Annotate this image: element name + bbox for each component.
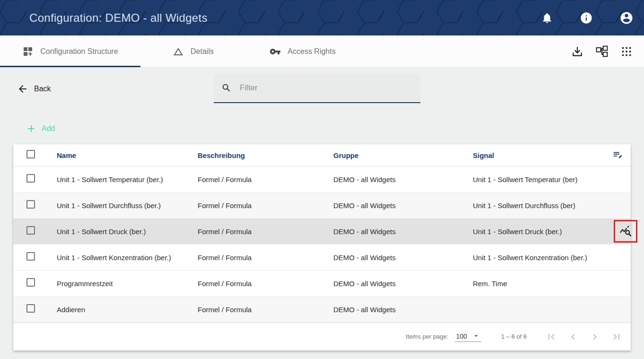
cell-gruppe: DEMO - all Widgets xyxy=(333,228,473,236)
dashboard-customize-icon xyxy=(22,46,34,57)
cell-beschreibung: Formel / Formula xyxy=(198,175,333,184)
hierarchy-button[interactable] xyxy=(596,45,608,58)
select-all-checkbox[interactable] xyxy=(26,150,35,158)
row-checkbox[interactable] xyxy=(26,200,35,209)
first-page-button[interactable] xyxy=(546,331,557,342)
cell-beschreibung: Formel / Formula xyxy=(198,228,333,236)
paginator: Items per page: 100 1 – 6 of 6 xyxy=(13,323,631,350)
tab-configuration-structure[interactable]: Configuration Structure xyxy=(0,35,140,67)
cell-name: Unit 1 - Sollwert Konzentration (ber.) xyxy=(57,254,198,262)
hierarchy-icon xyxy=(596,45,608,58)
back-button[interactable]: Back xyxy=(17,81,51,97)
page-title: Configuration: DEMO - all Widgets xyxy=(29,11,208,25)
table-row[interactable]: Unit 1 - Sollwert Druck (ber.) Formel / … xyxy=(13,219,631,245)
page-range-label: 1 – 6 of 6 xyxy=(501,333,527,340)
column-header-signal[interactable]: Signal xyxy=(473,151,604,159)
table-row[interactable]: Unit 1 - Sollwert Temperatur (ber.) Form… xyxy=(13,166,631,193)
chart-search-button[interactable] xyxy=(619,225,632,237)
items-per-page-label: Items per page: xyxy=(406,333,448,340)
chevron-down-icon xyxy=(472,332,480,340)
apps-grid-icon xyxy=(620,45,633,58)
triangle-icon xyxy=(173,46,184,57)
table-body: Unit 1 - Sollwert Temperatur (ber.) Form… xyxy=(13,166,631,323)
cell-beschreibung: Formel / Formula xyxy=(198,254,333,262)
app-header: Configuration: DEMO - all Widgets xyxy=(0,0,644,35)
tab-bar: Configuration Structure Details Access R… xyxy=(0,35,644,68)
info-button[interactable] xyxy=(580,11,593,25)
tab-access-rights[interactable]: Access Rights xyxy=(246,35,359,67)
download-button[interactable] xyxy=(571,45,583,58)
cell-signal: Unit 1 - Sollwert Durchfluss (ber) xyxy=(473,201,604,210)
add-button[interactable]: Add xyxy=(26,121,55,137)
cell-name: Unit 1 - Sollwert Temperatur (ber.) xyxy=(57,175,198,184)
column-header-name[interactable]: Name xyxy=(57,151,198,159)
row-checkbox[interactable] xyxy=(26,174,35,183)
bell-icon xyxy=(541,12,553,24)
cell-gruppe: DEMO - all Widgets xyxy=(333,306,473,314)
playlist-edit-icon xyxy=(612,150,623,160)
search-icon xyxy=(221,83,232,93)
previous-page-button[interactable] xyxy=(567,331,579,342)
row-action xyxy=(604,271,631,296)
last-page-icon xyxy=(611,331,622,342)
table-row[interactable]: Unit 1 - Sollwert Konzentration (ber.) F… xyxy=(13,245,631,271)
cell-gruppe: DEMO - all Widgets xyxy=(333,254,473,262)
row-action xyxy=(604,297,631,322)
apps-grid-button[interactable] xyxy=(620,45,633,58)
notifications-button[interactable] xyxy=(541,12,553,24)
cell-name: Addieren xyxy=(57,306,198,314)
row-action xyxy=(604,166,631,192)
add-label: Add xyxy=(42,124,55,133)
edit-columns-button[interactable] xyxy=(612,150,623,160)
paginator-nav xyxy=(546,331,622,342)
cell-beschreibung: Formel / Formula xyxy=(198,201,333,210)
tab-label: Details xyxy=(191,47,214,56)
row-checkbox[interactable] xyxy=(26,278,35,287)
header-icon-group xyxy=(541,0,634,35)
cell-signal: Rem. Time xyxy=(473,280,604,288)
row-action xyxy=(604,219,631,244)
red-annotation-box xyxy=(614,220,637,243)
column-header-beschreibung[interactable]: Beschreibung xyxy=(198,151,333,159)
cell-signal: Unit 1 - Sollwert Konzentration (ber.) xyxy=(473,254,604,262)
cell-beschreibung: Formel / Formula xyxy=(198,306,333,314)
cell-gruppe: DEMO - all Widgets xyxy=(333,280,473,288)
last-page-button[interactable] xyxy=(611,331,622,342)
row-action xyxy=(604,245,631,270)
items-per-page-value: 100 xyxy=(456,333,467,340)
content-area: Back Add Name Beschreibung Gruppe Signal xyxy=(0,68,644,359)
column-header-gruppe[interactable]: Gruppe xyxy=(333,151,473,159)
cell-gruppe: DEMO - all Widgets xyxy=(333,175,473,184)
next-page-button[interactable] xyxy=(589,331,600,342)
cell-name: Programmrestzeit xyxy=(57,280,198,288)
filter-input[interactable] xyxy=(240,83,413,93)
table-row[interactable]: Addieren Formel / Formula DEMO - all Wid… xyxy=(13,297,631,323)
cell-beschreibung: Formel / Formula xyxy=(198,280,333,288)
account-button[interactable] xyxy=(619,11,634,25)
tab-details[interactable]: Details xyxy=(140,35,246,67)
plus-icon xyxy=(26,123,37,134)
info-icon xyxy=(580,11,593,25)
tab-label: Configuration Structure xyxy=(40,47,118,56)
download-icon xyxy=(571,45,583,58)
row-checkbox[interactable] xyxy=(26,304,35,313)
first-page-icon xyxy=(546,331,557,342)
toolbar-icon-group xyxy=(571,35,633,68)
tab-label: Access Rights xyxy=(287,47,335,56)
filter-field[interactable] xyxy=(214,74,420,103)
chart-search-icon xyxy=(619,225,632,237)
items-per-page-select[interactable]: 100 xyxy=(455,332,481,342)
row-action xyxy=(604,193,631,218)
table-row[interactable]: Unit 1 - Sollwert Durchfluss (ber.) Form… xyxy=(13,193,631,219)
tab-group: Configuration Structure Details Access R… xyxy=(0,35,359,67)
row-checkbox[interactable] xyxy=(26,252,35,261)
arrow-back-icon xyxy=(17,83,28,95)
cell-gruppe: DEMO - all Widgets xyxy=(333,201,473,210)
row-checkbox[interactable] xyxy=(26,226,35,235)
previous-page-icon xyxy=(567,331,579,342)
table-row[interactable]: Programmrestzeit Formel / Formula DEMO -… xyxy=(13,271,631,297)
cell-name: Unit 1 - Sollwert Druck (ber.) xyxy=(57,228,198,236)
cell-signal: Unit 1 - Sollwert Temperatur (ber) xyxy=(473,175,604,184)
cell-name: Unit 1 - Sollwert Durchfluss (ber.) xyxy=(57,201,198,210)
account-circle-icon xyxy=(619,11,634,25)
